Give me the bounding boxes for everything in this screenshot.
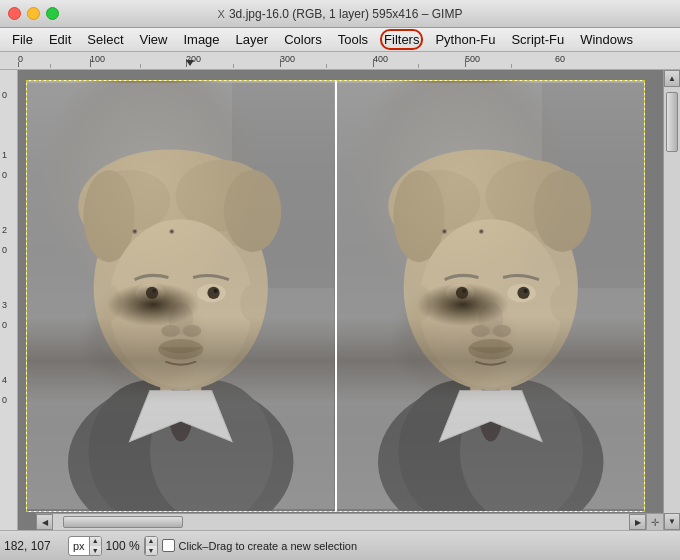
ruler-left-mark-1a: 1: [2, 150, 7, 160]
svg-point-28: [378, 380, 604, 511]
svg-point-29: [398, 380, 521, 511]
svg-rect-1: [232, 83, 335, 288]
ruler-marker: [186, 60, 194, 66]
svg-point-37: [393, 170, 444, 262]
maximize-button[interactable]: [46, 7, 59, 20]
menu-layer[interactable]: Layer: [228, 30, 277, 49]
tick: [373, 59, 374, 67]
scroll-left-arrow[interactable]: ◀: [36, 514, 53, 530]
scrollbar-v-track[interactable]: [664, 87, 680, 513]
selection-checkbox-container: Click–Drag to create a new selection: [162, 539, 358, 552]
menu-bar: File Edit Select View Image Layer Colors…: [0, 28, 680, 52]
scrollbar-h-thumb[interactable]: [63, 516, 183, 528]
menu-colors[interactable]: Colors: [276, 30, 330, 49]
zoom-percent-label: 100 %: [106, 539, 140, 553]
menu-python-fu[interactable]: Python-Fu: [427, 30, 503, 49]
selection-checkbox[interactable]: [162, 539, 175, 552]
minimize-button[interactable]: [27, 7, 40, 20]
image-display: [27, 81, 644, 511]
svg-point-36: [485, 160, 577, 232]
svg-point-34: [388, 149, 573, 262]
ruler-left-mark-2b: 0: [2, 245, 7, 255]
scrollbar-vertical[interactable]: ▲ ▼: [663, 70, 680, 530]
menu-select[interactable]: Select: [79, 30, 131, 49]
unit-up-arrow[interactable]: ▲: [90, 536, 101, 546]
unit-text: px: [69, 540, 89, 552]
tick-minor: [233, 64, 234, 68]
svg-point-15: [197, 284, 226, 302]
menu-filters[interactable]: Filters: [376, 30, 427, 49]
svg-point-18: [152, 289, 156, 293]
svg-point-3: [89, 380, 212, 511]
svg-point-14: [136, 284, 165, 302]
main-area: 0 1 0 2 0 3 0 4 0: [0, 70, 680, 530]
svg-rect-5: [160, 370, 201, 421]
svg-point-35: [398, 170, 480, 232]
menu-tools[interactable]: Tools: [330, 30, 376, 49]
svg-point-44: [462, 289, 466, 293]
menu-file[interactable]: File: [4, 30, 41, 49]
svg-point-38: [533, 170, 590, 252]
menu-image[interactable]: Image: [175, 30, 227, 49]
svg-point-21: [161, 325, 179, 337]
scrollbar-v-thumb[interactable]: [666, 92, 678, 152]
canvas-scroll: ◀ ▶ ✛: [18, 70, 663, 530]
svg-point-49: [468, 339, 513, 360]
menu-windows[interactable]: Windows: [572, 30, 641, 49]
ruler-left-mark-4a: 4: [2, 375, 7, 385]
scrollbar-horizontal[interactable]: ◀ ▶: [36, 513, 646, 530]
tick-minor: [326, 64, 327, 68]
tick-minor: [418, 64, 419, 68]
tick-minor: [511, 64, 512, 68]
svg-point-4: [150, 380, 273, 511]
ruler-left: 0 1 0 2 0 3 0 4 0: [0, 70, 18, 530]
status-bar: 182, 107 px ▲ ▼ 100 % ▲ ▼ Click–Drag to …: [0, 530, 680, 560]
tick: [465, 59, 466, 67]
tick: [280, 59, 281, 67]
scroll-right-arrow[interactable]: ▶: [629, 514, 646, 530]
svg-point-11: [83, 170, 134, 262]
svg-point-41: [507, 284, 536, 302]
window-controls: [0, 7, 59, 20]
svg-point-47: [471, 325, 489, 337]
zoom-up-arrow[interactable]: ▲: [146, 536, 157, 546]
svg-point-10: [176, 160, 268, 232]
unit-arrows[interactable]: ▲ ▼: [89, 536, 101, 556]
filters-label: Filters: [384, 32, 419, 47]
title-icon: X: [218, 8, 225, 20]
ruler-left-mark-2a: 2: [2, 225, 7, 235]
scroll-up-arrow[interactable]: ▲: [664, 70, 680, 87]
svg-rect-31: [470, 370, 511, 421]
scrollbar-corner[interactable]: ✛: [646, 513, 663, 530]
scrollbar-h-track[interactable]: [53, 514, 629, 530]
svg-point-48: [492, 325, 510, 337]
svg-point-8: [78, 149, 263, 262]
close-button[interactable]: [8, 7, 21, 20]
svg-point-20: [168, 302, 193, 335]
portrait-left: [27, 81, 335, 511]
menu-edit[interactable]: Edit: [41, 30, 79, 49]
svg-point-43: [517, 287, 529, 299]
ruler-mark-100: 100: [90, 54, 105, 64]
menu-script-fu[interactable]: Script-Fu: [503, 30, 572, 49]
unit-selector[interactable]: px ▲ ▼: [68, 536, 102, 556]
zoom-selector[interactable]: ▲ ▼: [144, 536, 158, 556]
unit-down-arrow[interactable]: ▼: [90, 546, 101, 556]
svg-point-25: [240, 285, 265, 322]
ruler-mark-600: 60: [555, 54, 565, 64]
svg-point-50: [406, 285, 431, 322]
svg-rect-0: [27, 83, 335, 509]
tick: [18, 62, 19, 67]
scroll-down-arrow[interactable]: ▼: [664, 513, 680, 530]
title-bar: X 3d.jpg-16.0 (RGB, 1 layer) 595x416 – G…: [0, 0, 680, 28]
zoom-arrows[interactable]: ▲ ▼: [145, 536, 157, 556]
svg-point-13: [109, 219, 253, 387]
ruler-mark-300: 300: [280, 54, 295, 64]
svg-point-2: [68, 380, 294, 511]
ruler-left-mark-4b: 0: [2, 395, 7, 405]
canvas-content: [26, 80, 645, 512]
zoom-down-arrow[interactable]: ▼: [146, 546, 157, 556]
canvas-area[interactable]: ◀ ▶ ✛: [18, 70, 663, 530]
menu-view[interactable]: View: [132, 30, 176, 49]
svg-point-16: [146, 287, 158, 299]
